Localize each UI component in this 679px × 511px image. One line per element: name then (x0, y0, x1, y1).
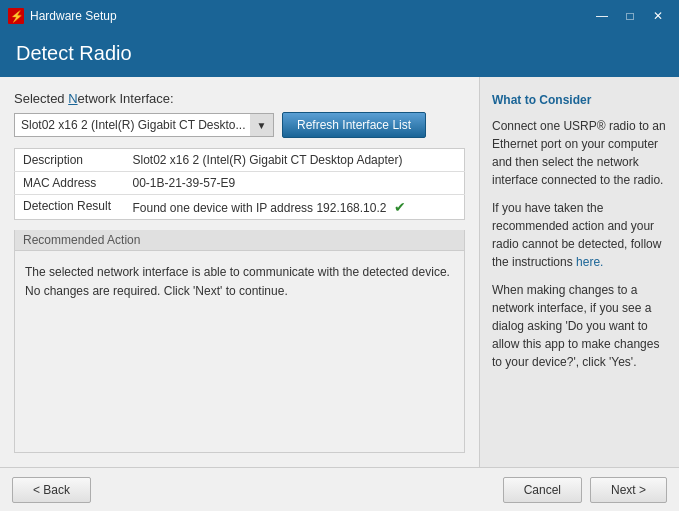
close-button[interactable]: ✕ (645, 6, 671, 26)
footer-right: Cancel Next > (503, 477, 667, 503)
recommended-action-box: Recommended Action The selected network … (14, 230, 465, 453)
right-panel-para-2: If you have taken the recommended action… (492, 199, 667, 271)
app-icon: ⚡ (8, 8, 24, 24)
mac-value: 00-1B-21-39-57-E9 (125, 172, 465, 195)
minimize-button[interactable]: — (589, 6, 615, 26)
window-title: Hardware Setup (30, 9, 589, 23)
title-bar: ⚡ Hardware Setup — □ ✕ (0, 0, 679, 32)
table-row: MAC Address 00-1B-21-39-57-E9 (15, 172, 465, 195)
interface-label: Selected Network Interface: (14, 91, 465, 106)
footer-left: < Back (12, 477, 91, 503)
page-title: Detect Radio (16, 42, 663, 65)
footer: < Back Cancel Next > (0, 467, 679, 511)
right-panel-para-1: Connect one USRP® radio to an Ethernet p… (492, 117, 667, 189)
mac-label: MAC Address (15, 172, 125, 195)
cancel-button[interactable]: Cancel (503, 477, 582, 503)
right-panel: What to Consider Connect one USRP® radio… (479, 77, 679, 467)
interface-label-highlight: N (68, 91, 77, 106)
here-link[interactable]: here. (576, 255, 603, 269)
svg-text:⚡: ⚡ (10, 9, 24, 23)
interface-select-wrapper: Slot02 x16 2 (Intel(R) Gigabit CT Deskto… (14, 113, 274, 137)
right-panel-title: What to Consider (492, 91, 667, 109)
detection-value: Found one device with IP address 192.168… (125, 195, 465, 220)
table-row: Description Slot02 x16 2 (Intel(R) Gigab… (15, 149, 465, 172)
recommended-legend: Recommended Action (15, 230, 464, 251)
maximize-button[interactable]: □ (617, 6, 643, 26)
interface-select[interactable]: Slot02 x16 2 (Intel(R) Gigabit CT Deskto… (14, 113, 274, 137)
interface-select-row: Slot02 x16 2 (Intel(R) Gigabit CT Deskto… (14, 112, 465, 138)
description-label: Description (15, 149, 125, 172)
info-table: Description Slot02 x16 2 (Intel(R) Gigab… (14, 148, 465, 220)
interface-label-row: Selected Network Interface: Slot02 x16 2… (14, 91, 465, 138)
right-panel-para-3: When making changes to a network interfa… (492, 281, 667, 371)
back-button[interactable]: < Back (12, 477, 91, 503)
description-value: Slot02 x16 2 (Intel(R) Gigabit CT Deskto… (125, 149, 465, 172)
check-icon: ✔ (394, 199, 406, 215)
header-band: Detect Radio (0, 32, 679, 77)
window-controls: — □ ✕ (589, 6, 671, 26)
main-content: Selected Network Interface: Slot02 x16 2… (0, 77, 679, 467)
detection-label: Detection Result (15, 195, 125, 220)
next-button[interactable]: Next > (590, 477, 667, 503)
left-panel: Selected Network Interface: Slot02 x16 2… (0, 77, 479, 467)
table-row: Detection Result Found one device with I… (15, 195, 465, 220)
refresh-button[interactable]: Refresh Interface List (282, 112, 426, 138)
